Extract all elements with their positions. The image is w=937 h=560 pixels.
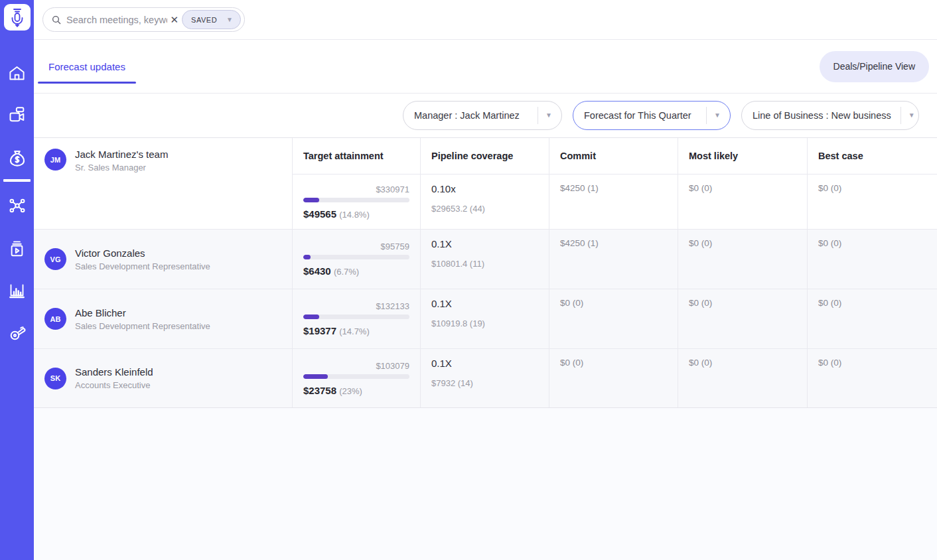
target-total: $330971 xyxy=(303,184,409,194)
attainment-progress-bar xyxy=(303,255,409,259)
clear-search-icon[interactable]: ✕ xyxy=(170,14,182,26)
avatar: JM xyxy=(44,149,66,171)
money-bag-icon xyxy=(7,148,27,168)
column-header-pipeline-coverage: Pipeline coverage xyxy=(420,138,549,175)
forecast-period-dropdown[interactable]: Forecast for This Quarter ▼ xyxy=(573,101,731,130)
table-row-person-jack-martinez[interactable]: JM Jack Martinez's team Sr. Sales Manage… xyxy=(34,138,292,230)
forecast-period-label: Forecast for This Quarter xyxy=(584,110,697,121)
person-role: Sr. Sales Manager xyxy=(75,163,168,173)
network-nodes-icon xyxy=(8,196,27,215)
line-of-business-dropdown[interactable]: Line of Business : New business ▼ xyxy=(741,101,919,130)
line-of-business-label: Line of Business : New business xyxy=(753,110,891,121)
sidebar-item-home[interactable] xyxy=(0,57,34,89)
attainment-pct: (14.8%) xyxy=(339,210,370,220)
saved-label: SAVED xyxy=(191,16,217,24)
pipeline-detail: $10919.8 (19) xyxy=(431,318,538,328)
sidebar xyxy=(0,0,34,560)
commit-cell: $4250 (1) xyxy=(549,175,678,230)
pipeline-detail: $10801.4 (11) xyxy=(431,259,538,269)
sidebar-item-coaching[interactable] xyxy=(0,317,34,349)
attainment-pct: (6.7%) xyxy=(334,267,359,277)
table-row-person-sanders-kleinfeld[interactable]: SK Sanders Kleinfeld Accounts Executive xyxy=(34,349,292,407)
most-likely-cell: $0 (0) xyxy=(678,349,807,407)
column-header-best-case: Best case xyxy=(807,138,937,175)
sidebar-item-analytics[interactable] xyxy=(0,275,34,307)
column-header-most-likely: Most likely xyxy=(678,138,807,175)
table-row-person-victor-gonzales[interactable]: VG Victor Gonzales Sales Development Rep… xyxy=(34,230,292,289)
person-role: Sales Development Representative xyxy=(75,321,210,331)
best-case-cell: $0 (0) xyxy=(807,175,937,230)
person-info: Jack Martinez's team Sr. Sales Manager xyxy=(75,149,168,218)
chevron-down-icon: ▼ xyxy=(538,107,561,124)
most-likely-cell: $0 (0) xyxy=(678,175,807,230)
best-case-cell: $0 (0) xyxy=(807,289,937,349)
filter-row: Manager : Jack Martinez ▼ Forecast for T… xyxy=(34,94,937,137)
attainment-value: $23758 xyxy=(303,385,336,396)
pipeline-coverage-cell: 0.1X $10919.8 (19) xyxy=(420,289,549,349)
pipeline-detail: $29653.2 (44) xyxy=(431,204,538,214)
person-info: Victor Gonzales Sales Development Repres… xyxy=(75,247,210,271)
app-logo[interactable] xyxy=(4,4,31,31)
main-content: ✕ SAVED ▼ Forecast updates Deals/Pipelin… xyxy=(34,0,937,560)
search-input[interactable] xyxy=(62,15,170,25)
avatar: SK xyxy=(44,368,66,389)
person-role: Accounts Executive xyxy=(75,380,153,390)
attainment-progress-fill xyxy=(303,198,319,202)
bar-chart-icon xyxy=(8,282,26,300)
tab-forecast-updates[interactable]: Forecast updates xyxy=(38,40,136,93)
search-icon xyxy=(51,15,62,25)
avatar: VG xyxy=(44,248,66,270)
column-header-target-attainment: Target attainment xyxy=(292,138,420,175)
person-role: Sales Development Representative xyxy=(75,261,210,271)
attainment-progress-bar xyxy=(303,315,409,319)
chevron-down-icon: ▼ xyxy=(706,107,730,124)
attainment-progress-fill xyxy=(303,255,311,259)
person-name: Jack Martinez's team xyxy=(75,149,168,160)
deals-pipeline-view-button[interactable]: Deals/Pipeline View xyxy=(820,51,929,82)
sidebar-nav xyxy=(0,57,34,360)
pipeline-coverage-cell: 0.10x $29653.2 (44) xyxy=(420,175,549,230)
sidebar-item-recordings[interactable] xyxy=(0,232,34,264)
manager-filter-dropdown[interactable]: Manager : Jack Martinez ▼ xyxy=(403,101,562,130)
best-case-cell: $0 (0) xyxy=(807,230,937,289)
attainment-value: $49565 xyxy=(303,208,336,220)
attainment-progress-bar xyxy=(303,198,409,202)
play-recordings-icon xyxy=(8,240,26,257)
pipeline-multiplier: 0.1X xyxy=(431,298,538,309)
tab-row: Forecast updates Deals/Pipeline View xyxy=(34,40,937,94)
saved-filter-dropdown[interactable]: SAVED ▼ xyxy=(182,10,241,29)
commit-cell: $4250 (1) xyxy=(549,230,678,289)
commit-cell: $0 (0) xyxy=(549,289,678,349)
table-row-person-abe-blicher[interactable]: AB Abe Blicher Sales Development Represe… xyxy=(34,289,292,349)
person-name: Victor Gonzales xyxy=(75,247,210,259)
manager-filter-label: Manager : Jack Martinez xyxy=(414,110,528,121)
whistle-icon xyxy=(8,324,27,342)
attainment-value: $19377 xyxy=(303,325,336,336)
target-total: $95759 xyxy=(303,242,409,251)
pipeline-detail: $7932 (14) xyxy=(431,378,538,388)
person-info: Abe Blicher Sales Development Representa… xyxy=(75,307,210,331)
empty-content-area xyxy=(34,408,937,560)
person-name: Abe Blicher xyxy=(75,307,210,318)
sidebar-item-scorecards[interactable] xyxy=(0,190,34,222)
target-attainment-cell: $95759 $6430 (6.7%) xyxy=(292,230,420,289)
avatar: AB xyxy=(44,308,66,330)
home-icon xyxy=(8,64,26,82)
most-likely-cell: $0 (0) xyxy=(678,289,807,349)
sidebar-item-meetings[interactable] xyxy=(0,100,34,131)
sidebar-item-deals[interactable] xyxy=(0,142,34,174)
person-name: Sanders Kleinfeld xyxy=(75,366,153,378)
target-attainment-cell: $103079 $23758 (23%) xyxy=(292,349,420,407)
pipeline-coverage-cell: 0.1X $7932 (14) xyxy=(420,349,549,407)
person-info: Sanders Kleinfeld Accounts Executive xyxy=(75,366,153,390)
commit-cell: $0 (0) xyxy=(549,349,678,407)
search-box[interactable]: ✕ SAVED ▼ xyxy=(42,7,245,32)
top-search-bar: ✕ SAVED ▼ xyxy=(34,0,937,40)
chevron-down-icon: ▼ xyxy=(226,17,233,23)
target-total: $103079 xyxy=(303,361,409,371)
video-meeting-icon xyxy=(8,106,27,125)
pipeline-multiplier: 0.1X xyxy=(431,358,538,369)
target-total: $132133 xyxy=(303,301,409,311)
attainment-progress-bar xyxy=(303,374,409,379)
target-attainment-cell: $330971 $49565 (14.8%) xyxy=(292,175,420,230)
